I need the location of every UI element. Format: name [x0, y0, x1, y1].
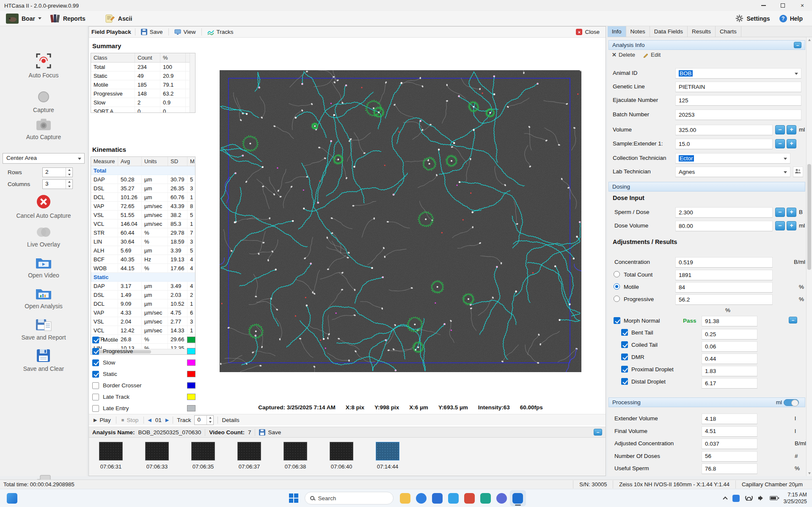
morph-row-field[interactable]: 6.17	[702, 378, 757, 389]
table-row[interactable]: Slow 2 0.9	[91, 98, 195, 107]
ascii-menu-button[interactable]: Ascii	[101, 12, 136, 25]
scrollbar-thumb[interactable]	[807, 164, 811, 270]
processing-row-field[interactable]: 4.18	[702, 414, 757, 424]
video-thumbnail[interactable]: 07:14:44	[376, 442, 399, 470]
table-row[interactable]: DSL 35.27 µm 26.35 3	[91, 184, 195, 193]
collapse-section-button[interactable]: –	[794, 42, 801, 48]
htcasa[interactable]	[510, 490, 526, 506]
extender-increment-button[interactable]: +	[787, 139, 796, 148]
processing-row-field[interactable]: 0.037	[702, 438, 757, 449]
morph-normal-checkbox[interactable]	[614, 317, 620, 324]
close-button[interactable]: ×	[793, 0, 812, 11]
save-button[interactable]: Save	[139, 29, 165, 35]
thumbnail-image[interactable]	[191, 442, 215, 460]
morph-row-field[interactable]: 0.44	[702, 354, 757, 364]
wifi-icon[interactable]	[745, 496, 753, 501]
morph-row-checkbox[interactable]	[621, 378, 628, 385]
progressive-radio[interactable]	[614, 296, 620, 302]
legend-checkbox[interactable]	[92, 394, 99, 400]
legend-checkbox[interactable]	[92, 348, 99, 355]
file-explorer[interactable]	[397, 490, 413, 506]
legend-checkbox[interactable]	[92, 359, 99, 366]
processing-row-field[interactable]: 4.51	[702, 426, 757, 437]
table-row[interactable]: Total 234 100	[91, 63, 195, 71]
taskbar-search[interactable]: Search	[305, 492, 394, 504]
details-toggle[interactable]: Details	[222, 417, 239, 423]
maximize-button[interactable]	[773, 0, 793, 11]
table-row[interactable]: Motile 185 79.1	[91, 80, 195, 89]
edit-button[interactable]: Edit	[643, 52, 661, 58]
dose-volume-decrement-button[interactable]: –	[775, 221, 785, 230]
scroll-up-icon[interactable]	[808, 39, 811, 41]
panel-scrollbar[interactable]	[806, 37, 812, 476]
auto-focus-button[interactable]: Auto Focus	[0, 52, 87, 79]
thumbnail-image[interactable]	[330, 442, 353, 460]
panel-tab[interactable]: Data Fields	[650, 26, 688, 37]
panel-tab[interactable]: Results	[688, 26, 716, 37]
technician-manager-button[interactable]	[793, 167, 803, 177]
dose-volume-increment-button[interactable]: +	[787, 221, 796, 230]
capture-button[interactable]: Capture	[0, 90, 87, 113]
table-row[interactable]: Progressive 148 63.2	[91, 89, 195, 98]
thumbnail-image[interactable]	[376, 442, 399, 460]
next-field-icon[interactable]: ▶	[165, 417, 169, 423]
columns-spinner[interactable]: 3	[42, 179, 73, 189]
table-row[interactable]: DAP 50.28 µm 30.79 5	[91, 175, 195, 184]
volume-field[interactable]: 325.00	[675, 125, 773, 135]
table-row[interactable]: STR 60.44 % 29.78 7	[91, 228, 195, 237]
total-count-radio[interactable]	[614, 271, 620, 277]
tracks-button[interactable]: Tracks	[206, 29, 235, 35]
dose-volume-field[interactable]: 80.00	[675, 221, 773, 231]
table-row[interactable]: DAP 3.17 µm 3.49 4	[91, 282, 195, 290]
tray-app-icon[interactable]	[732, 495, 740, 502]
table-row[interactable]: BCF 40.35 Hz 19.13 4	[91, 255, 195, 264]
thumbnail-image[interactable]	[99, 442, 123, 460]
morph-row-field[interactable]: 0.06	[702, 341, 757, 352]
table-row[interactable]: SORT A 0 0	[91, 107, 195, 113]
capture-area-select[interactable]: Center Area	[3, 153, 85, 164]
table-row[interactable]: LIN 30.64 % 18.59 3	[91, 237, 195, 246]
edge-browser[interactable]	[413, 490, 429, 506]
legend-checkbox[interactable]	[92, 371, 99, 378]
table-row[interactable]: ALH 5.69 µm 3.39 5	[91, 246, 195, 255]
extender-decrement-button[interactable]: –	[775, 139, 785, 148]
save-and-report-button[interactable]: Save and Report	[0, 318, 87, 341]
delete-button[interactable]: ✕ Delete	[612, 52, 635, 58]
help-button[interactable]: ? Help	[775, 12, 807, 25]
batch-number-field[interactable]: 20253	[675, 110, 801, 120]
morph-row-field[interactable]: 0.25	[702, 329, 757, 340]
morph-row-checkbox[interactable]	[621, 329, 628, 336]
track-spinner[interactable]: 0	[194, 415, 214, 425]
video-thumbnail[interactable]: 07:06:38	[284, 442, 307, 470]
stop-button[interactable]: ■ Stop	[120, 417, 140, 423]
motile-field[interactable]: 84	[675, 282, 773, 293]
previous-field-icon[interactable]: ◀	[148, 417, 151, 423]
table-row[interactable]: WOB 44.15 % 17.66 4	[91, 264, 195, 273]
play-button[interactable]: ▶ Play	[92, 417, 112, 423]
table-row[interactable]: VSL 51.55 µm/sec 38.2 5	[91, 211, 195, 219]
reports-menu-button[interactable]: Reports	[46, 12, 90, 25]
settings-button[interactable]: Settings	[731, 12, 774, 25]
panel-tab[interactable]: Charts	[716, 26, 741, 37]
view-button[interactable]: View	[173, 29, 198, 35]
cancel-auto-capture-button[interactable]: Cancel Auto Capture	[0, 194, 87, 219]
progressive-field[interactable]: 56.2	[675, 294, 773, 305]
scroll-down-icon[interactable]	[808, 472, 811, 474]
video-thumbnail[interactable]: 07:06:33	[145, 442, 169, 470]
table-row[interactable]: VCL 146.04 µm/sec 85.3 1	[91, 219, 195, 228]
minimize-button[interactable]	[754, 0, 773, 11]
app-sky[interactable]	[446, 490, 462, 506]
processing-row-field[interactable]: 76.8	[702, 463, 757, 474]
volume-increment-button[interactable]: +	[787, 125, 796, 134]
spin-up-icon[interactable]	[68, 181, 71, 183]
legend-checkbox[interactable]	[92, 405, 99, 412]
video-thumbnail[interactable]: 07:06:35	[191, 442, 215, 470]
ejaculate-number-field[interactable]: 125	[675, 95, 801, 106]
genetic-line-field[interactable]: PIETRAIN	[675, 82, 801, 92]
sample-extender-field[interactable]: 15.0	[675, 139, 773, 149]
live-overlay-button[interactable]: Live Overlay	[0, 226, 87, 248]
summary-scrollbar[interactable]	[190, 53, 195, 112]
save-and-clear-button[interactable]: Save and Clear	[0, 348, 87, 372]
thumbnail-image[interactable]	[237, 442, 261, 460]
table-row[interactable]: Static 49 20.9	[91, 71, 195, 80]
